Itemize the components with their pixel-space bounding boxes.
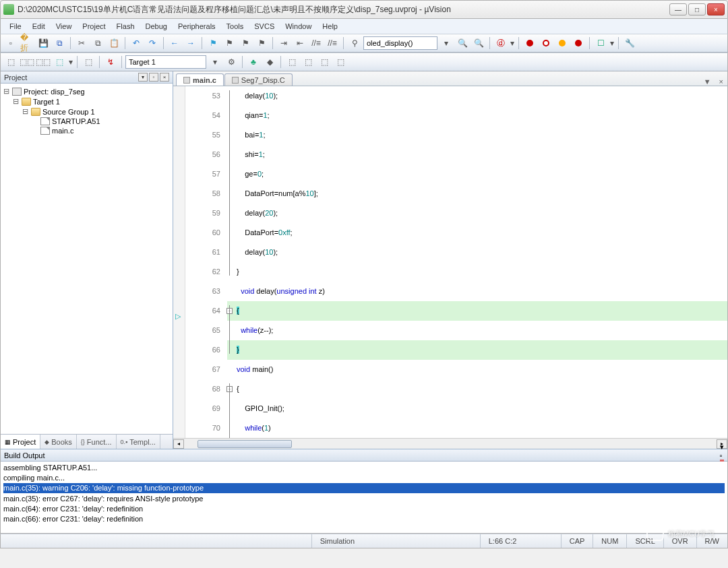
panel-dropdown-button[interactable]: ▾ [138, 73, 148, 82]
batch-build-button[interactable]: ⬚ [52, 55, 67, 69]
indent-button[interactable]: ⇥ [276, 36, 291, 51]
project-tab-funct[interactable]: {}Funct... [77, 435, 117, 449]
target-options-button[interactable]: ⚙ [224, 55, 239, 69]
menu-file[interactable]: File [5, 20, 26, 32]
bookmark-prev-button[interactable]: ⚑ [222, 36, 237, 51]
editor-tab-close[interactable]: × [715, 77, 727, 86]
redo-button[interactable]: ↷ [145, 36, 160, 51]
scroll-thumb[interactable] [198, 440, 292, 448]
rebuild-button[interactable]: ⬚⬚ [36, 55, 51, 69]
breakpoint-enable-button[interactable] [539, 36, 553, 51]
menu-svcs[interactable]: SVCS [249, 20, 279, 32]
build-panel-pin[interactable]: ▫ [720, 451, 724, 460]
window-list-button[interactable]: ☐ [593, 36, 608, 51]
configure-button[interactable]: 🔧 [622, 36, 637, 51]
batch-dropdown[interactable]: ▾ [68, 55, 73, 69]
breakpoint-gutter[interactable]: ▷ [173, 86, 185, 438]
breakpoint-kill-button[interactable] [571, 36, 586, 51]
tree-project[interactable]: Project: disp_7seg [24, 88, 85, 96]
comment-button[interactable]: //≡ [309, 36, 324, 51]
find-in-files-button[interactable]: 🔍 [455, 36, 470, 51]
title-bar: D:\2020MCU\STC15\19单片机C语言常见语法问题及程序移植问题汇总… [0, 0, 728, 19]
menu-view[interactable]: View [51, 20, 77, 32]
menu-project[interactable]: Project [78, 20, 110, 32]
maximize-button[interactable]: □ [688, 3, 706, 15]
toolbar-main: ▫ �折 💾 ⧉ ✂ ⧉ 📋 ↶ ↷ ← → ⚑ ⚑ ⚑ ⚑ ⇥ ⇤ //≡ /… [0, 34, 728, 53]
new-file-button[interactable]: ▫ [3, 36, 18, 51]
tree-target[interactable]: Target 1 [33, 98, 60, 106]
menu-bar: FileEditViewProjectFlashDebugPeripherals… [0, 19, 728, 34]
menu-flash[interactable]: Flash [112, 20, 140, 32]
window-list-dropdown[interactable]: ▾ [609, 36, 615, 51]
manage-components-button[interactable]: ◆ [262, 55, 277, 69]
cut-button[interactable]: ✂ [74, 36, 89, 51]
env-button[interactable]: ⬚ [317, 55, 332, 69]
close-button[interactable]: × [707, 3, 725, 15]
download-button[interactable]: ↯ [103, 55, 118, 69]
tree-group[interactable]: Source Group 1 [42, 108, 95, 116]
books-button[interactable]: ⬚ [301, 55, 315, 69]
scroll-left-button[interactable]: ◂ [173, 439, 184, 449]
save-button[interactable]: 💾 [36, 36, 51, 51]
status-cursor-pos: L:66 C:2 [480, 534, 561, 548]
tree-file-startup[interactable]: STARTUP.A51 [52, 117, 100, 125]
breakpoint-disable-button[interactable] [555, 36, 570, 51]
editor-tab-main-c[interactable]: main.c [176, 73, 224, 86]
nav-back-button[interactable]: ← [167, 36, 182, 51]
project-tree[interactable]: ⊟Project: disp_7seg ⊟Target 1 ⊟Source Gr… [1, 84, 173, 434]
bookmark-clear-button[interactable]: ⚑ [254, 36, 269, 51]
save-all-button[interactable]: ⧉ [52, 36, 67, 51]
bookmark-button[interactable]: ⚑ [206, 36, 220, 51]
build-output-panel: Build Output ▾ ▫ × assembling STARTUP.A5… [0, 449, 728, 534]
project-tab-templ[interactable]: 0.▪Templ... [117, 435, 160, 449]
undo-button[interactable]: ↶ [129, 36, 144, 51]
debug-button[interactable]: ⓓ [493, 36, 508, 51]
minimize-button[interactable]: — [669, 3, 687, 15]
translate-button[interactable]: ⬚ [3, 55, 18, 69]
build-panel-dropdown[interactable]: ▾ [720, 443, 724, 451]
debug-dropdown[interactable]: ▾ [510, 36, 515, 51]
menu-help[interactable]: Help [317, 20, 342, 32]
open-file-button[interactable]: �折 [20, 36, 34, 51]
project-tab-books[interactable]: ◆Books [40, 435, 77, 449]
build-output-text[interactable]: assembling STARTUP.A51...compiling main.… [1, 462, 727, 533]
project-tab-project[interactable]: ▦Project [1, 435, 40, 449]
panel-pin-button[interactable]: ▫ [149, 73, 158, 82]
breakpoint-insert-button[interactable] [522, 36, 537, 51]
file-ext-button[interactable]: ⬚ [284, 55, 299, 69]
tree-file-main[interactable]: main.c [52, 127, 73, 135]
panel-close-button[interactable]: × [160, 73, 169, 82]
status-num: NUM [593, 534, 626, 548]
editor-horizontal-scrollbar[interactable]: ◂ ▸ [173, 438, 727, 449]
editor-tab-dropdown[interactable]: ▼ [700, 77, 715, 86]
menu-edit[interactable]: Edit [28, 20, 50, 32]
nav-fwd-button[interactable]: → [183, 36, 198, 51]
find-input[interactable] [363, 36, 437, 50]
code-editor[interactable]: ▷ 53545556575859606162636465666768697071… [173, 86, 727, 438]
status-rw: R/W [696, 534, 727, 548]
pack-button[interactable]: ⬚ [333, 55, 348, 69]
incremental-find-button[interactable]: 🔍 [471, 36, 486, 51]
build-output-title: Build Output [4, 451, 45, 460]
project-panel-header: Project ▾ ▫ × [1, 71, 173, 84]
menu-peripherals[interactable]: Peripherals [173, 20, 220, 32]
manage-books-button[interactable]: ♣ [246, 55, 261, 69]
bookmark-next-button[interactable]: ⚑ [238, 36, 253, 51]
menu-debug[interactable]: Debug [141, 20, 172, 32]
find-button[interactable]: ⚲ [347, 36, 362, 51]
project-panel-title: Project [4, 73, 27, 82]
menu-tools[interactable]: Tools [222, 20, 249, 32]
outdent-button[interactable]: ⇤ [293, 36, 307, 51]
editor-tab-seg7_disp-c[interactable]: Seg7_Disp.C [224, 73, 293, 86]
build-button[interactable]: ⬚⬚ [20, 55, 34, 69]
find-dropdown[interactable]: ▾ [439, 36, 454, 51]
paste-button[interactable]: 📋 [107, 36, 121, 51]
target-dropdown[interactable]: ▾ [208, 55, 222, 69]
stop-build-button[interactable]: ⬚ [81, 55, 96, 69]
uncomment-button[interactable]: //≡ [325, 36, 340, 51]
code-text[interactable]: delay(10); qian=1; bai=1; shi=1; ge=0; D… [226, 86, 727, 438]
copy-button[interactable]: ⧉ [90, 36, 105, 51]
status-caps: CAP [561, 534, 593, 548]
target-select[interactable] [125, 55, 206, 69]
menu-window[interactable]: Window [280, 20, 316, 32]
